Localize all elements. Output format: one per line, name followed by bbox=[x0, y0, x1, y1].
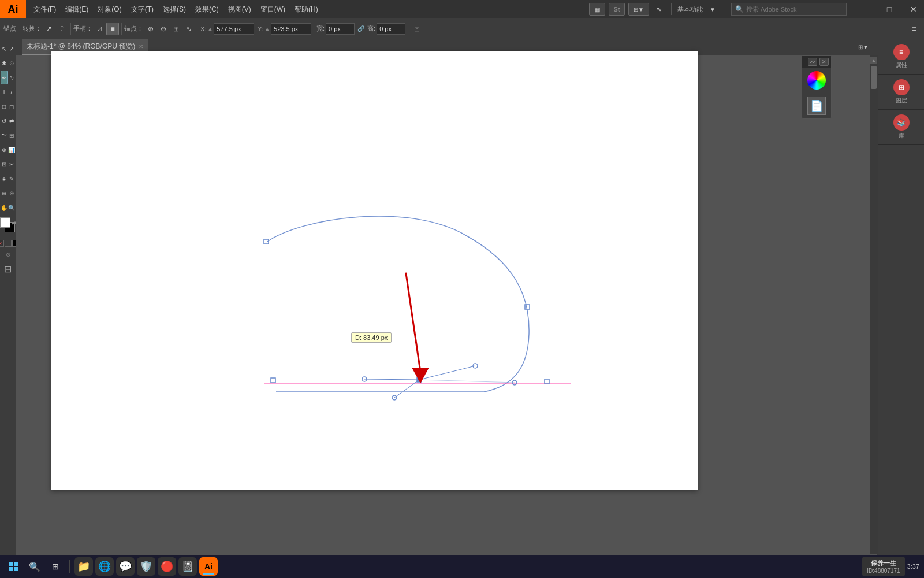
menu-effect[interactable]: 效果(C) bbox=[191, 0, 223, 18]
menu-help[interactable]: 帮助(H) bbox=[290, 0, 323, 18]
search-taskbar-btn[interactable]: 🔍 bbox=[25, 557, 44, 576]
height-value[interactable]: 0 px bbox=[377, 23, 405, 35]
properties-panel-btn[interactable]: ≡ 属性 bbox=[878, 39, 924, 75]
zoom-tool[interactable]: 🔍 bbox=[8, 201, 15, 214]
gradient-tool[interactable]: ◈ bbox=[1, 172, 8, 186]
start-button[interactable] bbox=[5, 557, 23, 576]
anchor-smooth-btn[interactable]: ∿ bbox=[182, 23, 195, 35]
arrange-icon[interactable]: ⊞▼ bbox=[628, 3, 649, 16]
free-transform-tool[interactable]: ⊞ bbox=[8, 128, 15, 142]
menu-type[interactable]: 文字(T) bbox=[126, 0, 158, 18]
bitmap-icon[interactable]: ▦ bbox=[589, 3, 605, 16]
float-panel: >> ✕ 📄 bbox=[802, 55, 832, 119]
white-swatch[interactable] bbox=[5, 240, 12, 247]
anchor-remove-btn[interactable]: ⊖ bbox=[157, 23, 170, 35]
select-tool[interactable]: ↖ bbox=[1, 42, 8, 55]
width-coord: 宽: 0 px bbox=[316, 23, 355, 35]
float-panel-color-icon[interactable] bbox=[802, 68, 831, 93]
mirror-tool[interactable]: ⇄ bbox=[8, 114, 15, 128]
taskbar-illustrator[interactable]: Ai bbox=[199, 557, 218, 576]
menu-view[interactable]: 视图(V) bbox=[223, 0, 256, 18]
float-panel-expand[interactable]: >> bbox=[808, 58, 817, 66]
warp-tool[interactable]: 〜 bbox=[1, 128, 8, 142]
color-wheel-icon[interactable] bbox=[807, 71, 826, 90]
vertical-scrollbar[interactable]: ▲ ▼ bbox=[870, 55, 878, 562]
scroll-up-btn[interactable]: ▲ bbox=[870, 57, 877, 64]
convert-smooth-btn[interactable]: ⤴ bbox=[55, 23, 68, 35]
hand-tool[interactable]: ✋ bbox=[1, 201, 8, 214]
panel-options-icon[interactable]: ≡ bbox=[908, 23, 921, 35]
taskbar-edge[interactable]: 🌐 bbox=[95, 557, 114, 576]
height-label: 高: bbox=[367, 24, 375, 33]
float-panel-close[interactable]: ✕ bbox=[819, 58, 829, 66]
line-tool[interactable]: / bbox=[8, 85, 15, 99]
eyedropper-tool[interactable]: ✎ bbox=[8, 172, 15, 186]
lasso-tool[interactable]: ⊙ bbox=[8, 56, 15, 70]
maximize-button[interactable]: □ bbox=[879, 0, 900, 18]
chart-tool[interactable]: 📊 bbox=[8, 143, 15, 157]
minimize-button[interactable]: — bbox=[855, 0, 875, 18]
notepad-icon: 📓 bbox=[181, 560, 194, 573]
menu-edit[interactable]: 编辑(E) bbox=[61, 0, 93, 18]
document-icon[interactable]: 📄 bbox=[807, 97, 826, 115]
magic-wand-group: ✱ ⊙ bbox=[1, 56, 15, 70]
library-panel-btn[interactable]: 📚 库 bbox=[878, 110, 924, 145]
shape-tool-group: □ ◻ bbox=[1, 99, 15, 113]
none-fill-swatch[interactable]: ✕ bbox=[0, 240, 4, 247]
rect-tool[interactable]: □ bbox=[1, 99, 8, 113]
taskbar-notepad[interactable]: 📓 bbox=[178, 557, 197, 576]
lock-aspect-icon[interactable]: 🔗 bbox=[355, 23, 367, 35]
y-value[interactable]: 523.5 px bbox=[271, 23, 311, 35]
float-panel-doc-icon[interactable]: 📄 bbox=[802, 93, 831, 118]
handle-btn1[interactable]: ⊿ bbox=[94, 23, 106, 35]
titlebar: Ai 文件(F) 编辑(E) 对象(O) 文字(T) 选择(S) 效果(C) 视… bbox=[0, 0, 924, 18]
taskbar-app3[interactable]: 💬 bbox=[116, 557, 135, 576]
search-bar[interactable]: 🔍 bbox=[731, 3, 847, 16]
foreground-color-swatch[interactable] bbox=[0, 217, 10, 228]
swap-colors-icon[interactable]: ⇄ bbox=[12, 220, 16, 225]
scroll-track[interactable] bbox=[871, 64, 877, 554]
blend-tool[interactable]: ∞ bbox=[1, 186, 8, 200]
taskbar-chrome[interactable]: 🔴 bbox=[158, 557, 176, 576]
black-swatch[interactable] bbox=[12, 240, 17, 247]
rotate-tool[interactable]: ↺ bbox=[1, 114, 8, 128]
taskbar-app4[interactable]: 🛡️ bbox=[137, 557, 155, 576]
scroll-thumb[interactable] bbox=[871, 66, 877, 89]
artboard-tool[interactable]: ⊡ bbox=[1, 157, 8, 171]
menu-select[interactable]: 选择(S) bbox=[158, 0, 191, 18]
close-button[interactable]: ✕ bbox=[903, 0, 924, 18]
convert-corner-btn[interactable]: ↗ bbox=[43, 23, 55, 35]
tab-close-icon[interactable]: ✕ bbox=[139, 43, 143, 50]
curvature-tool[interactable]: ∿ bbox=[8, 71, 15, 84]
live-paint-tool[interactable]: ⊛ bbox=[8, 186, 15, 200]
shape-builder-tool[interactable]: ⊕ bbox=[1, 143, 8, 157]
menu-file[interactable]: 文件(F) bbox=[29, 0, 61, 18]
transform-icon[interactable]: ⊡ bbox=[411, 23, 423, 35]
app4-icon: 🛡️ bbox=[140, 560, 152, 573]
watermark-badge: 保养一生 ID:48807171 bbox=[862, 557, 904, 576]
anchor-add-btn[interactable]: ⊕ bbox=[144, 23, 157, 35]
slice-tool[interactable]: ✂ bbox=[8, 157, 15, 171]
x-value[interactable]: 577.5 px bbox=[214, 23, 254, 35]
paint-tool[interactable]: ◻ bbox=[8, 99, 15, 113]
edit-artboard-icon[interactable]: ⊟ bbox=[1, 262, 15, 276]
type-tool[interactable]: T bbox=[1, 85, 8, 99]
st-icon[interactable]: St bbox=[609, 3, 625, 16]
magic-wand-tool[interactable]: ✱ bbox=[1, 56, 8, 70]
anchor-corner-btn[interactable]: ⊞ bbox=[170, 23, 182, 35]
brush-icon[interactable]: ∿ bbox=[653, 3, 665, 16]
pen-tool[interactable]: ✒ bbox=[1, 71, 8, 84]
handle-btn2[interactable]: ■ bbox=[106, 23, 119, 35]
width-value[interactable]: 0 px bbox=[326, 23, 355, 35]
workspace-dropdown[interactable]: ▼ bbox=[706, 3, 719, 16]
taskbar-file-explorer[interactable]: 📁 bbox=[74, 557, 93, 576]
arrange-views-icon[interactable]: ⊞▼ bbox=[857, 41, 870, 54]
direct-select-tool[interactable]: ↗ bbox=[8, 42, 15, 55]
menu-object[interactable]: 对象(O) bbox=[93, 0, 126, 18]
color-mode-icon[interactable]: ⊙ bbox=[1, 247, 15, 261]
search-input[interactable] bbox=[746, 6, 843, 13]
taskbar-separator bbox=[69, 560, 70, 573]
layers-panel-btn[interactable]: ⊞ 图层 bbox=[878, 75, 924, 110]
menu-window[interactable]: 窗口(W) bbox=[256, 0, 290, 18]
taskview-btn[interactable]: ⊞ bbox=[46, 557, 65, 576]
